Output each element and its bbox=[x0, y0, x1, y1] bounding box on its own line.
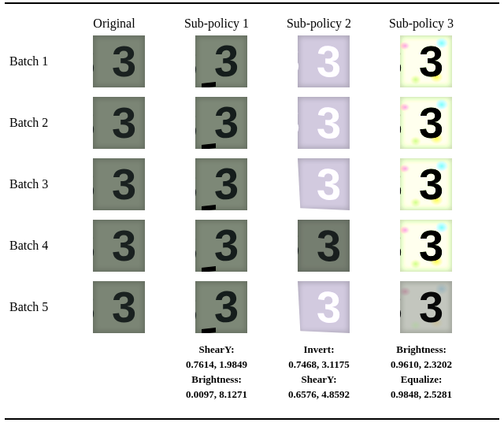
row-label: Batch 2 bbox=[5, 116, 68, 130]
col-header-subpolicy-2: Sub-policy 2 bbox=[268, 17, 370, 31]
col-header-subpolicy-3: Sub-policy 3 bbox=[370, 17, 472, 31]
cell-sp3: 33 bbox=[375, 158, 477, 210]
column-headers: Original Sub-policy 1 Sub-policy 2 Sub-p… bbox=[5, 4, 499, 31]
param-op-name: Invert: bbox=[268, 343, 370, 358]
param-op-name: ShearY: bbox=[165, 343, 268, 358]
cell-sp1: 33 bbox=[170, 97, 272, 149]
params-spacer bbox=[5, 343, 63, 402]
params-col-sp1: ShearY: 0.7614, 1.9849 Brightness: 0.009… bbox=[165, 343, 268, 402]
cell-sp3: 33 bbox=[375, 281, 477, 333]
row-label: Batch 3 bbox=[5, 177, 68, 191]
cell-sp1: 33 bbox=[170, 220, 272, 272]
param-op-vals: 0.7614, 1.9849 bbox=[165, 358, 268, 373]
cell-original: 33 bbox=[68, 158, 170, 210]
cell-sp3: 33 bbox=[375, 35, 477, 87]
subpolicy-params: ShearY: 0.7614, 1.9849 Brightness: 0.009… bbox=[5, 338, 499, 402]
figure-panel: Original Sub-policy 1 Sub-policy 2 Sub-p… bbox=[5, 2, 499, 420]
cell-sp1: 33 bbox=[170, 35, 272, 87]
row-label: Batch 4 bbox=[5, 239, 68, 253]
cell-original: 33 bbox=[68, 281, 170, 333]
cell-sp1: 33 bbox=[170, 158, 272, 210]
cell-original: 33 bbox=[68, 97, 170, 149]
cell-sp1: 33 bbox=[170, 281, 272, 333]
col-header-subpolicy-1: Sub-policy 1 bbox=[165, 17, 268, 31]
param-op-name: ShearY: bbox=[268, 373, 370, 387]
table-row: Batch 4 33 33 33 33 bbox=[5, 215, 499, 276]
cell-sp3: 33 bbox=[375, 220, 477, 272]
param-op-vals: 0.9848, 2.5281 bbox=[370, 387, 472, 402]
image-grid: Batch 1 33 33 33 33 Batch 2 33 33 33 33 … bbox=[5, 31, 499, 338]
params-col-sp3: Brightness: 0.9610, 2.3202 Equalize: 0.9… bbox=[370, 343, 472, 402]
param-op-vals: 0.9610, 2.3202 bbox=[370, 358, 472, 373]
table-row: Batch 3 33 33 33 33 bbox=[5, 154, 499, 215]
row-label: Batch 5 bbox=[5, 300, 68, 314]
table-row: Batch 2 33 33 33 33 bbox=[5, 92, 499, 154]
row-label: Batch 1 bbox=[5, 54, 68, 69]
cell-sp3: 33 bbox=[375, 97, 477, 149]
table-row: Batch 5 33 33 33 33 bbox=[5, 276, 499, 338]
param-op-vals: 0.6576, 4.8592 bbox=[268, 387, 370, 402]
param-op-name: Brightness: bbox=[165, 373, 268, 387]
param-op-name: Equalize: bbox=[370, 373, 472, 387]
cell-sp2: 33 bbox=[272, 35, 375, 87]
cell-sp2: 33 bbox=[272, 158, 375, 210]
cell-original: 33 bbox=[68, 220, 170, 272]
cell-original: 33 bbox=[68, 35, 170, 87]
param-op-vals: 0.0097, 8.1271 bbox=[165, 387, 268, 402]
cell-sp2: 33 bbox=[272, 97, 375, 149]
params-col-original bbox=[63, 343, 165, 402]
params-col-sp2: Invert: 0.7468, 3.1175 ShearY: 0.6576, 4… bbox=[268, 343, 370, 402]
param-op-vals: 0.7468, 3.1175 bbox=[268, 358, 370, 373]
cell-sp2: 33 bbox=[272, 281, 375, 333]
param-op-name: Brightness: bbox=[370, 343, 472, 358]
col-header-original: Original bbox=[63, 17, 165, 31]
cell-sp2: 33 bbox=[272, 220, 375, 272]
table-row: Batch 1 33 33 33 33 bbox=[5, 31, 499, 92]
